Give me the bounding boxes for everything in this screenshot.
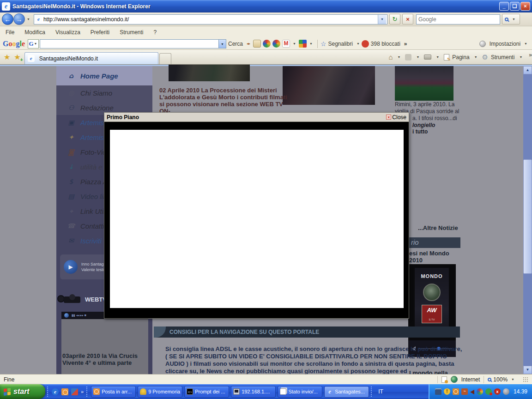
stop-button[interactable]: × (402, 14, 413, 24)
segnalibri-button[interactable]: Segnalibri (328, 41, 353, 47)
address-dropdown-icon[interactable]: ▼ (378, 15, 386, 24)
menu-visualizza[interactable]: Visualizza (55, 29, 80, 36)
menu-file[interactable]: File (6, 29, 14, 36)
right-video-player[interactable]: MONDO AW S TV (408, 264, 456, 357)
play-icon[interactable]: ▶ (64, 260, 78, 274)
scroll-up-icon[interactable]: ▲ (523, 66, 532, 74)
taskbtn-posta[interactable]: Posta in arr... (91, 386, 136, 398)
swirl-icon-2[interactable] (272, 40, 280, 48)
new-tab-button[interactable] (159, 53, 171, 64)
apps-icon[interactable] (299, 40, 307, 48)
sidebar-item-home[interactable]: ⌂ Home Page (56, 66, 152, 85)
altre-notizie-link[interactable]: ...Altre Notizie (418, 224, 458, 231)
taskbtn-terminal[interactable]: 192.168.1.... (231, 386, 276, 398)
segnalibri-dropdown-icon[interactable]: ▼ (355, 42, 362, 45)
popup-close-button[interactable]: x Close (386, 114, 406, 121)
print-icon[interactable] (424, 54, 431, 60)
feeds-dropdown-icon[interactable]: ▼ (414, 55, 421, 59)
close-button[interactable]: × (520, 2, 530, 11)
taskbar-separator[interactable] (86, 387, 88, 397)
tab-santagatesinelmondo[interactable]: e SantagatesiNelMondo.it (24, 52, 158, 64)
news-photo-2[interactable] (283, 66, 375, 105)
taskbtn-santagatesi[interactable]: e Santagates... (324, 386, 369, 398)
swirl-icon-1[interactable] (263, 40, 271, 48)
toolbar-overflow-icon[interactable]: » (404, 41, 407, 47)
quicklaunch-overflow-icon[interactable]: » (81, 389, 84, 394)
taskbar-clock[interactable]: 14.39 (514, 388, 527, 395)
gmail-icon[interactable]: M (282, 40, 290, 48)
close-x-icon[interactable]: x (386, 115, 391, 120)
favorites-icon[interactable]: ★ (4, 53, 10, 61)
taskbar-separator[interactable] (371, 387, 373, 397)
quicklaunch-outlook-icon[interactable] (61, 388, 68, 395)
cerca-options-icon[interactable]: ◂▸ (247, 42, 250, 46)
impostazioni-button[interactable]: Impostazioni (490, 41, 520, 47)
sidebar-video-player[interactable]: ▮▮ ◂◂ ▸▸ ■ 03aprile 2010 la Via Crucis V… (61, 312, 148, 374)
address-input[interactable] (43, 16, 378, 23)
google-search-field[interactable] (40, 39, 219, 48)
volume-icon[interactable] (470, 390, 474, 394)
feeds-icon[interactable] (405, 54, 411, 60)
search-go-button[interactable]: ▼ (502, 14, 520, 24)
java-icon[interactable]: ~ (461, 388, 468, 395)
player-buttons-icon[interactable]: ▮▮ ◂◂ ▸▸ ■ (72, 314, 86, 317)
menu-preferiti[interactable]: Preferiti (91, 29, 109, 36)
zoom-control[interactable]: 100% ▼ (488, 376, 516, 383)
picasa-icon[interactable] (477, 388, 483, 395)
sidebar-video-caption[interactable]: 03aprile 2010 la Via Crucis Vivente 4° e… (62, 352, 145, 366)
search-input[interactable] (417, 15, 500, 24)
quicklaunch-ie-icon[interactable]: e (52, 388, 59, 395)
vertical-scrollbar[interactable]: ▲ ▼ (523, 66, 532, 374)
bookmark-star-icon[interactable]: ☆ (320, 40, 326, 48)
apps-dropdown-icon[interactable]: ▼ (308, 42, 314, 45)
news-article-1[interactable]: 02 Aprile 2010 La Processione dei Mister… (159, 87, 288, 115)
messenger-status-icon[interactable] (485, 388, 492, 395)
quicklaunch-media-icon[interactable] (71, 388, 78, 395)
security-alert-icon[interactable]: ! (444, 388, 450, 395)
menu-help[interactable]: ? (154, 29, 157, 36)
cerca-button[interactable]: Cerca (228, 41, 243, 47)
sidebar-item-chi-siamo[interactable]: ◎ Chi Siamo (56, 85, 152, 100)
address-bar[interactable]: e ▼ (34, 14, 387, 24)
gmail-dropdown-icon[interactable]: ▼ (291, 42, 298, 45)
language-indicator[interactable]: IT (375, 388, 387, 395)
forward-button[interactable]: → (13, 13, 25, 25)
strumenti-button[interactable]: Strumenti (491, 54, 514, 60)
news-photo-3[interactable] (395, 66, 453, 101)
network-computer-icon[interactable] (435, 388, 441, 395)
start-button[interactable]: start (0, 384, 45, 399)
news-photo-1[interactable] (169, 65, 250, 81)
read-more-link[interactable]: i tutto (412, 128, 462, 135)
menu-modifica[interactable]: Modifica (24, 29, 45, 36)
home-button-icon[interactable]: ⌂ (388, 53, 393, 61)
print-dropdown-icon[interactable]: ▼ (434, 55, 441, 59)
blocked-count[interactable]: 398 bloccati (371, 41, 400, 47)
pagina-dropdown-icon[interactable]: ▼ (472, 55, 479, 59)
minimize-button[interactable]: _ (499, 2, 509, 11)
restore-button[interactable]: ❏ (510, 2, 520, 11)
google-search-dropdown-icon[interactable]: ▼ (219, 39, 226, 48)
scroll-down-icon[interactable]: ▼ (523, 366, 532, 374)
zoom-dropdown-icon[interactable]: ▼ (509, 378, 516, 381)
commandbar-overflow-icon[interactable]: » (529, 50, 532, 58)
taskbtn-prompt[interactable]: C:\ Prompt dei ... (184, 386, 229, 398)
antivirus-icon[interactable]: x (494, 388, 501, 395)
zoom-level[interactable]: 100% (493, 376, 508, 383)
taskbtn-stato-invio[interactable]: Stato invio/... (278, 386, 322, 398)
resize-grip[interactable] (523, 377, 528, 382)
back-button[interactable]: ← (2, 13, 13, 25)
history-dropdown-icon[interactable]: ▼ (25, 18, 32, 21)
search-box[interactable] (416, 14, 500, 24)
news-icon[interactable] (253, 40, 261, 48)
menu-strumenti[interactable]: Strumenti (120, 29, 143, 36)
google-search-input[interactable] (40, 40, 218, 48)
search-dropdown-icon[interactable]: ▼ (510, 18, 517, 21)
tray-clock-icon[interactable] (453, 388, 459, 395)
taskbtn-promemoria[interactable]: 9 Promemoria (138, 386, 182, 398)
impostazioni-dropdown-icon[interactable]: ▼ (522, 42, 529, 45)
google-g-button[interactable]: G▼ (28, 39, 39, 48)
strumenti-dropdown-icon[interactable]: ▼ (517, 55, 524, 59)
audio-device-icon[interactable] (503, 388, 509, 395)
popup-titlebar[interactable]: Primo Piano x Close (104, 113, 409, 122)
pagina-button[interactable]: Pagina (452, 54, 469, 60)
